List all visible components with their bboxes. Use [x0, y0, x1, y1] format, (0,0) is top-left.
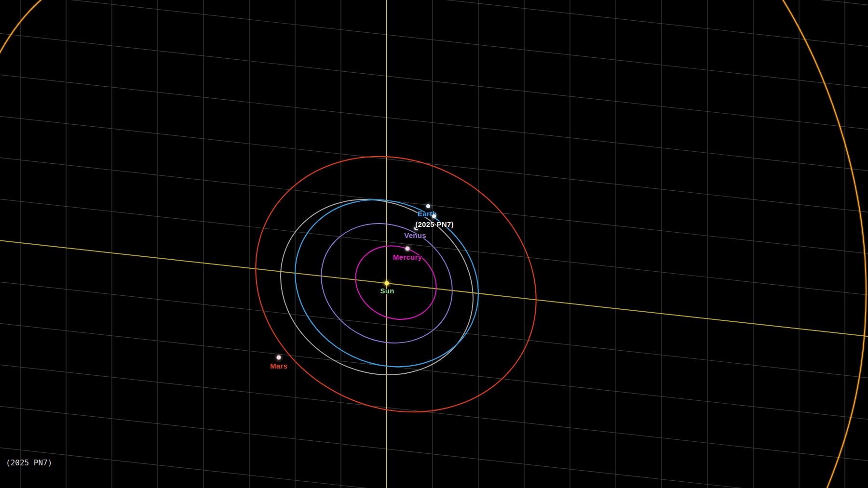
- orbit-viewer-canvas[interactable]: SunMercuryVenusEarth(2025 PN7)Mars (2025…: [0, 0, 868, 488]
- info-panel: (2025 PN7) Earth Distance: 0.15 au Sun D…: [6, 434, 113, 488]
- 2025-pn7-label: (2025 PN7): [415, 220, 454, 228]
- mars-label: Mars: [270, 362, 287, 370]
- bodies-layer: SunMercuryVenusEarth(2025 PN7)Mars: [0, 0, 868, 488]
- 2025-pn7-dot[interactable]: [432, 214, 436, 218]
- mercury-label: Mercury: [393, 253, 422, 261]
- sun-dot[interactable]: [385, 281, 389, 286]
- venus-label: Venus: [404, 231, 426, 239]
- sun-label: Sun: [380, 287, 394, 295]
- mercury-dot[interactable]: [406, 247, 410, 251]
- info-object-name: (2025 PN7): [6, 457, 113, 469]
- mars-dot[interactable]: [277, 356, 281, 360]
- earth-dot[interactable]: [426, 204, 430, 208]
